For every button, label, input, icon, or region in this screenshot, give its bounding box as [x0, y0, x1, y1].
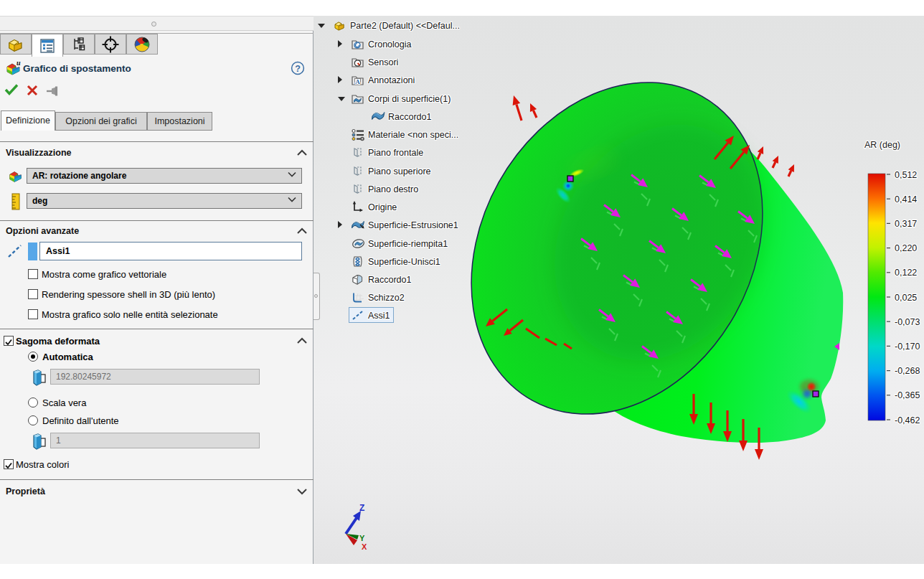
svg-text:Z: Z [359, 503, 364, 513]
svg-text:-0,365: -0,365 [895, 390, 920, 400]
svg-text:0,220: 0,220 [895, 243, 917, 253]
svg-text:X: X [362, 542, 367, 551]
svg-text:-0,268: -0,268 [895, 366, 920, 376]
svg-text:?: ? [295, 64, 301, 74]
svg-text:u: u [16, 60, 21, 67]
svg-text:-0,170: -0,170 [895, 342, 920, 352]
svg-text:AR (deg): AR (deg) [864, 140, 900, 150]
svg-text:0,414: 0,414 [895, 194, 917, 204]
svg-text:Y: Y [359, 534, 365, 542]
svg-text:-0,073: -0,073 [895, 317, 920, 327]
svg-text:0,122: 0,122 [895, 268, 917, 278]
svg-text:0,025: 0,025 [895, 293, 917, 303]
svg-text:-0,462: -0,462 [895, 415, 920, 425]
svg-text:A: A [355, 78, 360, 85]
svg-text:0,512: 0,512 [895, 170, 917, 180]
svg-text:0,317: 0,317 [895, 219, 917, 229]
